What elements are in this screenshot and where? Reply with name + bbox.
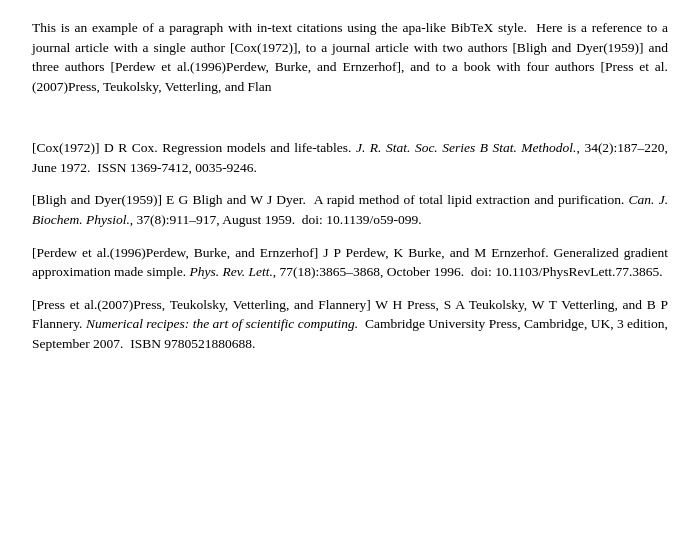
bib-entry-cox: [Cox(1972)] D R Cox. Regression models a… xyxy=(32,138,668,177)
bib-content-cox: D R Cox. Regression models and life-tabl… xyxy=(32,140,668,175)
book-press: Numerical recipes: the art of scientific… xyxy=(86,316,358,331)
bib-key-press: [Press et al.(2007)Press, Teukolsky, Vet… xyxy=(32,297,375,312)
bib-entry-bligh: [Bligh and Dyer(1959)] E G Bligh and W J… xyxy=(32,190,668,229)
bib-key-cox: [Cox(1972)] xyxy=(32,140,104,155)
bib-key-bligh: [Bligh and Dyer(1959)] xyxy=(32,192,166,207)
bib-entry-press: [Press et al.(2007)Press, Teukolsky, Vet… xyxy=(32,295,668,354)
bibliography: [Cox(1972)] D R Cox. Regression models a… xyxy=(32,138,668,353)
bib-key-perdew: [Perdew et al.(1996)Perdew, Burke, and E… xyxy=(32,245,323,260)
journal-perdew: Phys. Rev. Lett. xyxy=(189,264,272,279)
journal-cox: J. R. Stat. Soc. Series B Stat. Methodol… xyxy=(356,140,577,155)
page: This is an example of a paragraph with i… xyxy=(0,0,700,384)
intro-paragraph: This is an example of a paragraph with i… xyxy=(32,18,668,96)
bib-entry-perdew: [Perdew et al.(1996)Perdew, Burke, and E… xyxy=(32,243,668,282)
